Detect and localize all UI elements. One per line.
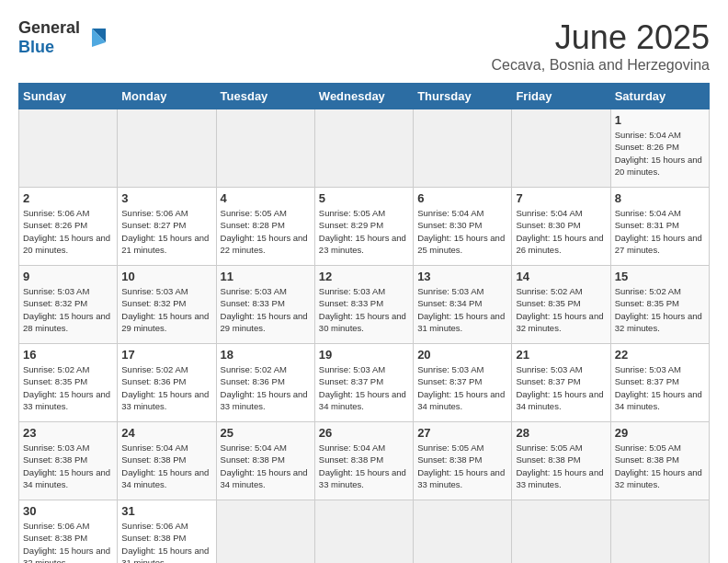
day-detail: Sunrise: 5:03 AM Sunset: 8:38 PM Dayligh…: [23, 442, 113, 490]
logo-blue: Blue: [18, 38, 54, 56]
weekday-header: Saturday: [610, 84, 709, 109]
calendar-week-row: 2Sunrise: 5:06 AM Sunset: 8:26 PM Daylig…: [19, 188, 710, 266]
day-detail: Sunrise: 5:03 AM Sunset: 8:37 PM Dayligh…: [615, 363, 705, 412]
calendar-cell: 28Sunrise: 5:05 AM Sunset: 8:38 PM Dayli…: [512, 422, 610, 500]
calendar-cell: [512, 109, 610, 188]
day-detail: Sunrise: 5:06 AM Sunset: 8:38 PM Dayligh…: [121, 520, 211, 563]
day-number: 7: [516, 191, 606, 205]
day-detail: Sunrise: 5:04 AM Sunset: 8:31 PM Dayligh…: [615, 207, 705, 256]
day-detail: Sunrise: 5:02 AM Sunset: 8:35 PM Dayligh…: [516, 285, 606, 334]
calendar-cell: 23Sunrise: 5:03 AM Sunset: 8:38 PM Dayli…: [19, 422, 118, 500]
day-number: 18: [221, 348, 311, 362]
day-number: 20: [417, 348, 507, 362]
day-number: 30: [23, 504, 113, 518]
weekday-header: Monday: [118, 84, 216, 109]
day-detail: Sunrise: 5:03 AM Sunset: 8:34 PM Dayligh…: [417, 285, 507, 334]
day-number: 24: [121, 426, 211, 440]
day-detail: Sunrise: 5:03 AM Sunset: 8:33 PM Dayligh…: [221, 285, 311, 334]
day-detail: Sunrise: 5:03 AM Sunset: 8:33 PM Dayligh…: [319, 285, 409, 334]
calendar-cell: 13Sunrise: 5:03 AM Sunset: 8:34 PM Dayli…: [414, 266, 512, 344]
calendar-cell: 20Sunrise: 5:03 AM Sunset: 8:37 PM Dayli…: [414, 344, 512, 422]
calendar-week-row: 30Sunrise: 5:06 AM Sunset: 8:38 PM Dayli…: [19, 500, 710, 564]
calendar-cell: 9Sunrise: 5:03 AM Sunset: 8:32 PM Daylig…: [19, 266, 118, 344]
day-number: 1: [615, 113, 705, 127]
calendar-cell: 4Sunrise: 5:05 AM Sunset: 8:28 PM Daylig…: [216, 188, 314, 266]
title-block: June 2025 Cecava, Bosnia and Herzegovina: [492, 18, 710, 74]
calendar-cell: 16Sunrise: 5:02 AM Sunset: 8:35 PM Dayli…: [19, 344, 118, 422]
calendar-cell: 24Sunrise: 5:04 AM Sunset: 8:38 PM Dayli…: [118, 422, 216, 500]
day-number: 27: [417, 426, 507, 440]
month-title: June 2025: [492, 18, 710, 57]
calendar-cell: 19Sunrise: 5:03 AM Sunset: 8:37 PM Dayli…: [314, 344, 413, 422]
logo-general: General: [18, 18, 80, 37]
calendar-cell: [314, 109, 413, 188]
calendar-header-row: SundayMondayTuesdayWednesdayThursdayFrid…: [19, 84, 710, 109]
location-title: Cecava, Bosnia and Herzegovina: [492, 57, 710, 74]
day-number: 9: [23, 270, 113, 283]
day-number: 10: [121, 270, 211, 283]
calendar-cell: [610, 500, 709, 564]
day-detail: Sunrise: 5:04 AM Sunset: 8:30 PM Dayligh…: [417, 207, 507, 256]
day-number: 17: [121, 348, 211, 362]
day-detail: Sunrise: 5:06 AM Sunset: 8:26 PM Dayligh…: [23, 207, 113, 256]
day-number: 11: [221, 270, 311, 283]
day-detail: Sunrise: 5:02 AM Sunset: 8:35 PM Dayligh…: [23, 363, 113, 412]
calendar-cell: 25Sunrise: 5:04 AM Sunset: 8:38 PM Dayli…: [216, 422, 314, 500]
day-number: 26: [319, 426, 409, 440]
calendar-cell: [512, 500, 610, 564]
calendar-cell: 22Sunrise: 5:03 AM Sunset: 8:37 PM Dayli…: [610, 344, 709, 422]
day-number: 14: [516, 270, 606, 283]
day-number: 29: [615, 426, 705, 440]
day-number: 16: [23, 348, 113, 362]
calendar-cell: 31Sunrise: 5:06 AM Sunset: 8:38 PM Dayli…: [118, 500, 216, 564]
day-detail: Sunrise: 5:06 AM Sunset: 8:38 PM Dayligh…: [23, 520, 113, 563]
logo: General Blue: [18, 18, 110, 57]
day-number: 3: [121, 191, 211, 205]
day-detail: Sunrise: 5:03 AM Sunset: 8:37 PM Dayligh…: [516, 363, 606, 412]
day-detail: Sunrise: 5:02 AM Sunset: 8:36 PM Dayligh…: [221, 363, 311, 412]
calendar-cell: 17Sunrise: 5:02 AM Sunset: 8:36 PM Dayli…: [118, 344, 216, 422]
calendar-cell: [118, 109, 216, 188]
calendar-cell: 21Sunrise: 5:03 AM Sunset: 8:37 PM Dayli…: [512, 344, 610, 422]
logo-icon: [83, 24, 110, 52]
day-detail: Sunrise: 5:03 AM Sunset: 8:37 PM Dayligh…: [417, 363, 507, 412]
day-detail: Sunrise: 5:05 AM Sunset: 8:28 PM Dayligh…: [221, 207, 311, 256]
calendar-cell: 2Sunrise: 5:06 AM Sunset: 8:26 PM Daylig…: [19, 188, 118, 266]
calendar-week-row: 23Sunrise: 5:03 AM Sunset: 8:38 PM Dayli…: [19, 422, 710, 500]
day-detail: Sunrise: 5:04 AM Sunset: 8:30 PM Dayligh…: [516, 207, 606, 256]
day-number: 25: [221, 426, 311, 440]
calendar-cell: 14Sunrise: 5:02 AM Sunset: 8:35 PM Dayli…: [512, 266, 610, 344]
calendar-cell: [216, 500, 314, 564]
day-number: 15: [615, 270, 705, 283]
page-header: General Blue June 2025 Cecava, Bosnia an…: [18, 18, 710, 74]
calendar-cell: 12Sunrise: 5:03 AM Sunset: 8:33 PM Dayli…: [314, 266, 413, 344]
day-detail: Sunrise: 5:04 AM Sunset: 8:38 PM Dayligh…: [221, 442, 311, 490]
day-number: 4: [221, 191, 311, 205]
day-detail: Sunrise: 5:05 AM Sunset: 8:38 PM Dayligh…: [615, 442, 705, 490]
day-detail: Sunrise: 5:04 AM Sunset: 8:26 PM Dayligh…: [615, 129, 705, 178]
weekday-header: Friday: [512, 84, 610, 109]
day-number: 19: [319, 348, 409, 362]
day-detail: Sunrise: 5:04 AM Sunset: 8:38 PM Dayligh…: [121, 442, 211, 490]
weekday-header: Tuesday: [216, 84, 314, 109]
calendar-cell: 11Sunrise: 5:03 AM Sunset: 8:33 PM Dayli…: [216, 266, 314, 344]
day-detail: Sunrise: 5:05 AM Sunset: 8:29 PM Dayligh…: [319, 207, 409, 256]
day-detail: Sunrise: 5:03 AM Sunset: 8:32 PM Dayligh…: [23, 285, 113, 334]
calendar-cell: [414, 109, 512, 188]
day-number: 12: [319, 270, 409, 283]
day-number: 6: [417, 191, 507, 205]
calendar-cell: 5Sunrise: 5:05 AM Sunset: 8:29 PM Daylig…: [314, 188, 413, 266]
calendar-cell: [314, 500, 413, 564]
day-number: 5: [319, 191, 409, 205]
day-detail: Sunrise: 5:03 AM Sunset: 8:37 PM Dayligh…: [319, 363, 409, 412]
day-number: 8: [615, 191, 705, 205]
calendar-cell: 15Sunrise: 5:02 AM Sunset: 8:35 PM Dayli…: [610, 266, 709, 344]
calendar-week-row: 1Sunrise: 5:04 AM Sunset: 8:26 PM Daylig…: [19, 109, 710, 188]
day-detail: Sunrise: 5:02 AM Sunset: 8:36 PM Dayligh…: [121, 363, 211, 412]
day-detail: Sunrise: 5:04 AM Sunset: 8:38 PM Dayligh…: [319, 442, 409, 490]
calendar-week-row: 9Sunrise: 5:03 AM Sunset: 8:32 PM Daylig…: [19, 266, 710, 344]
weekday-header: Wednesday: [314, 84, 413, 109]
calendar-table: SundayMondayTuesdayWednesdayThursdayFrid…: [18, 83, 710, 563]
day-detail: Sunrise: 5:05 AM Sunset: 8:38 PM Dayligh…: [417, 442, 507, 490]
day-number: 2: [23, 191, 113, 205]
